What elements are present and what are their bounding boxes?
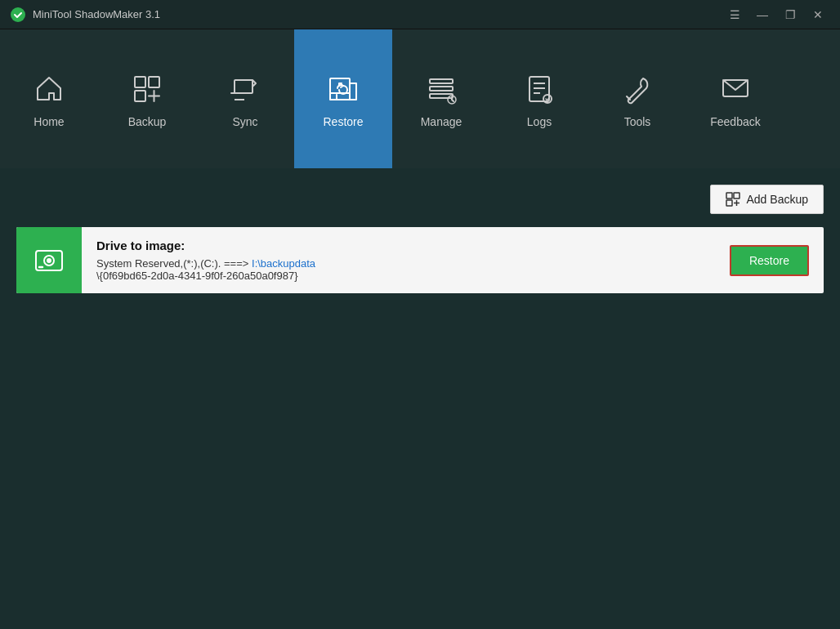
- nav-item-logs[interactable]: Logs: [490, 29, 588, 168]
- maximize-button[interactable]: ❐: [778, 5, 802, 25]
- nav-item-restore[interactable]: Restore: [294, 29, 392, 168]
- app-window: MiniTool ShadowMaker 3.1 ☰ — ❐ ✕ Home: [0, 0, 840, 629]
- nav-label-logs: Logs: [527, 115, 552, 128]
- backup-card-icon: [16, 227, 82, 293]
- minimize-button[interactable]: —: [750, 5, 775, 25]
- drive-icon: [31, 243, 67, 279]
- backup-card-actions: Restore: [715, 227, 824, 293]
- title-bar-controls: ☰ — ❐ ✕: [722, 5, 830, 25]
- nav-label-restore: Restore: [323, 115, 363, 128]
- svg-rect-1: [135, 77, 145, 87]
- nav-label-manage: Manage: [421, 115, 462, 128]
- add-backup-button[interactable]: Add Backup: [710, 185, 824, 214]
- tools-icon: [618, 69, 657, 109]
- svg-rect-8: [430, 87, 453, 91]
- svg-rect-18: [734, 193, 739, 199]
- svg-point-0: [11, 7, 25, 22]
- backup-card-detail: System Reserved,(*:),(C:). ===> I:\backu…: [96, 257, 700, 282]
- hamburger-button[interactable]: ☰: [722, 5, 747, 25]
- title-bar: MiniTool ShadowMaker 3.1 ☰ — ❐ ✕: [0, 0, 840, 29]
- backup-card: Drive to image: System Reserved,(*:),(C:…: [16, 227, 824, 293]
- toolbar: Add Backup: [16, 185, 824, 214]
- backup-card-title: Drive to image:: [96, 239, 700, 252]
- nav-label-home: Home: [34, 115, 64, 128]
- svg-rect-2: [149, 77, 159, 87]
- svg-rect-17: [726, 193, 732, 199]
- nav-bar: Home Backup Syn: [0, 29, 840, 168]
- svg-rect-7: [430, 79, 453, 83]
- backup-detail-path-blue: I:\backupdata: [252, 257, 315, 270]
- restore-button[interactable]: Restore: [730, 245, 809, 276]
- app-title: MiniTool ShadowMaker 3.1: [33, 8, 160, 20]
- nav-label-backup: Backup: [128, 115, 167, 128]
- backup-card-body: Drive to image: System Reserved,(*:),(C:…: [82, 227, 715, 293]
- add-backup-icon: [726, 192, 740, 207]
- restore-icon: [324, 69, 363, 109]
- manage-icon: [422, 69, 461, 109]
- nav-label-feedback: Feedback: [710, 115, 760, 128]
- sync-icon: [226, 69, 265, 109]
- main-body: Add Backup Drive to image: System R: [0, 168, 840, 629]
- nav-label-sync: Sync: [232, 115, 257, 128]
- feedback-icon: [716, 69, 755, 109]
- nav-label-tools: Tools: [624, 115, 651, 128]
- nav-item-manage[interactable]: Manage: [392, 29, 490, 168]
- title-bar-left: MiniTool ShadowMaker 3.1: [10, 7, 160, 23]
- nav-item-sync[interactable]: Sync: [196, 29, 294, 168]
- svg-rect-4: [235, 80, 252, 93]
- home-icon: [29, 69, 69, 109]
- content-area: Add Backup Drive to image: System R: [0, 168, 840, 629]
- backup-detail-path1: System Reserved,(*:),(C:). ===>: [96, 257, 252, 270]
- svg-rect-3: [135, 91, 145, 101]
- app-logo-icon: [10, 7, 26, 23]
- nav-item-tools[interactable]: Tools: [588, 29, 686, 168]
- logs-icon: [520, 69, 559, 109]
- nav-item-feedback[interactable]: Feedback: [686, 29, 784, 168]
- backup-icon: [127, 69, 167, 109]
- close-button[interactable]: ✕: [806, 5, 830, 25]
- nav-item-backup[interactable]: Backup: [98, 29, 196, 168]
- nav-item-home[interactable]: Home: [0, 29, 98, 168]
- backup-detail-path2: \{0f69bd65-2d0a-4341-9f0f-260a50a0f987}: [96, 270, 298, 282]
- svg-point-24: [47, 259, 51, 262]
- svg-rect-19: [726, 200, 732, 206]
- add-backup-label: Add Backup: [747, 193, 809, 206]
